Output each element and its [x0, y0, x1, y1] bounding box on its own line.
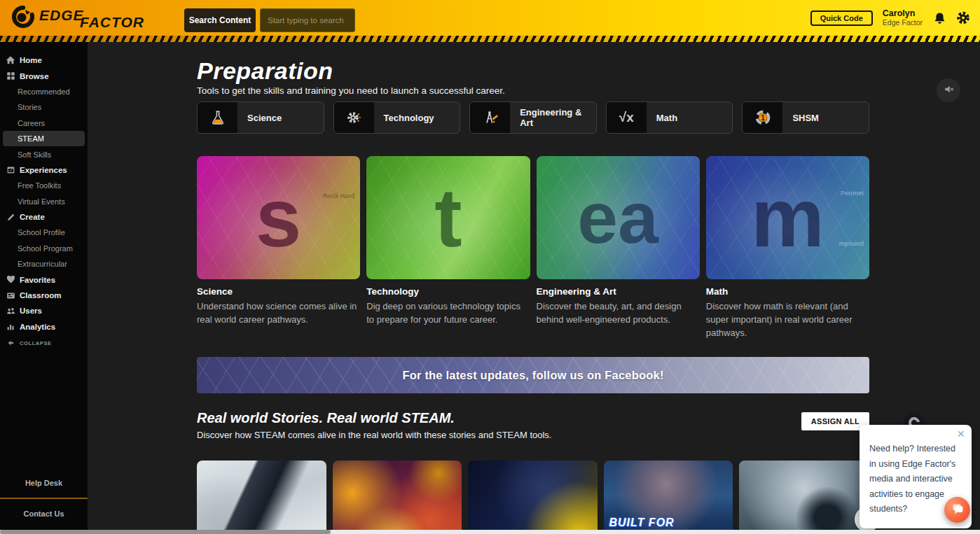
- grid-icon: [6, 71, 15, 81]
- contact-us-link[interactable]: Contact Us: [0, 499, 88, 528]
- topbar-right-group: Quick Code Carolyn Edge Factor: [810, 0, 970, 36]
- page-subtitle: Tools to get the skills and training you…: [197, 85, 869, 96]
- story-thumbnail-built-for-speed[interactable]: BUILT FOR SPEED: [604, 461, 733, 534]
- engineering-art-card[interactable]: ea Engineering & Art Discover the beauty…: [537, 156, 700, 357]
- user-organization: Edge Factor: [883, 19, 923, 27]
- scrollbar-thumb[interactable]: [0, 530, 331, 534]
- sidebar-item-careers[interactable]: Careers: [0, 115, 88, 131]
- mute-button[interactable]: [937, 78, 960, 102]
- card-description: Discover how math is relevant (and super…: [706, 300, 869, 339]
- story-thumbnail-bmx-rider[interactable]: [739, 461, 869, 534]
- category-technology-button[interactable]: Technology: [333, 101, 461, 134]
- story-thumbnail-snow-machinery[interactable]: [197, 461, 326, 534]
- category-filter-row: Science Technology: [197, 101, 869, 134]
- facebook-banner[interactable]: For the latest updates, follow us on Fac…: [197, 357, 869, 393]
- sidebar-item-extracurricular[interactable]: Extracurricular: [0, 256, 88, 272]
- sidebar-item-home[interactable]: Home: [0, 52, 88, 68]
- stories-carousel: BUILT FOR SPEED: [197, 461, 869, 534]
- story-thumbnail-creative-makers[interactable]: [333, 461, 462, 534]
- gear-icon[interactable]: [956, 11, 970, 25]
- analytics-icon: [6, 322, 15, 332]
- card-description: Discover the beauty, art, and design beh…: [537, 300, 700, 326]
- card-description: Understand how science comes alive in re…: [197, 300, 360, 326]
- card-title: Technology: [366, 286, 530, 297]
- logo-wordmark: EDGE FACTOR: [39, 6, 172, 30]
- sidebar-item-free-toolkits[interactable]: Free Toolkits: [0, 178, 88, 193]
- sidebar-item-stories[interactable]: Stories: [0, 99, 88, 115]
- tech-gear-icon: [334, 102, 374, 133]
- heart-icon: [6, 275, 15, 285]
- math-card-image: Perimet mpound m: [706, 156, 869, 279]
- card-description: Dig deep on various technology topics to…: [366, 300, 530, 326]
- arrow-left-icon: [6, 338, 15, 348]
- pencil-icon: [6, 212, 15, 222]
- page-title: Preparation: [197, 59, 869, 83]
- sidebar-item-classroom[interactable]: Classroom: [0, 288, 88, 303]
- search-content-button[interactable]: Search Content: [184, 8, 256, 32]
- category-engineering-art-button[interactable]: Engineering & Art: [469, 101, 597, 134]
- stories-section-header: Real world Stories. Real world STEAM. Di…: [197, 410, 869, 452]
- help-desk-link[interactable]: Help Desk: [0, 468, 88, 498]
- sidebar-item-favorites[interactable]: Favorites: [0, 272, 88, 287]
- edge-factor-logo-icon: [11, 5, 35, 31]
- category-shsm-button[interactable]: 1 SHSM: [742, 101, 869, 134]
- sidebar-item-create[interactable]: Create: [0, 209, 88, 225]
- story-thumbnail-industrial-team[interactable]: [468, 461, 598, 534]
- math-card[interactable]: Perimet mpound m Math Discover how math …: [706, 156, 869, 357]
- sidebar-item-school-program[interactable]: School Program: [0, 241, 88, 256]
- sidebar-bottom-links: Help Desk Contact Us: [0, 468, 88, 528]
- technology-card-image: t: [366, 156, 530, 279]
- sidebar-item-users[interactable]: Users: [0, 303, 88, 318]
- steam-cards-row: Rock Hard s Science Understand how scien…: [197, 156, 869, 357]
- main-content: Preparation Tools to get the skills and …: [88, 42, 980, 534]
- medal-icon: 1: [743, 102, 782, 133]
- muted-speaker-icon: [943, 83, 955, 98]
- technology-card[interactable]: t Technology Dig deep on various technol…: [366, 156, 530, 357]
- bell-icon[interactable]: [932, 11, 946, 25]
- card-title: Science: [197, 286, 360, 297]
- card-title: Engineering & Art: [537, 286, 700, 297]
- sidebar-item-analytics[interactable]: Analytics: [0, 319, 88, 335]
- user-name: Carolyn: [883, 9, 923, 19]
- category-math-button[interactable]: √x Math: [606, 101, 733, 134]
- engineering-art-card-image: ea: [537, 156, 700, 279]
- stories-heading-block: Real world Stories. Real world STEAM. Di…: [197, 410, 551, 440]
- sidebar-item-experiences[interactable]: Experiences: [0, 162, 88, 178]
- sidebar: Home Browse Recommended Stories Careers …: [0, 42, 88, 534]
- science-card-image: Rock Hard s: [197, 156, 360, 279]
- search-input[interactable]: [260, 8, 355, 32]
- sidebar-item-browse[interactable]: Browse: [0, 68, 88, 83]
- stories-section-subtitle: Discover how STEAM comes alive in the re…: [197, 430, 551, 440]
- horizontal-scrollbar[interactable]: [0, 530, 980, 534]
- classroom-icon: [6, 290, 15, 300]
- square-root-icon: √x: [607, 102, 647, 133]
- compass-brush-icon: [470, 102, 510, 133]
- sidebar-item-steam[interactable]: STEAM: [3, 131, 85, 146]
- flask-icon: [198, 102, 237, 133]
- sidebar-collapse-button[interactable]: COLLAPSE: [0, 335, 88, 351]
- user-menu[interactable]: Carolyn Edge Factor: [883, 9, 923, 27]
- chat-launcher-button[interactable]: [944, 497, 970, 523]
- svg-text:1: 1: [761, 114, 765, 122]
- assign-all-button[interactable]: ASSIGN ALL: [801, 412, 869, 430]
- users-icon: [6, 306, 15, 316]
- edge-factor-logo[interactable]: EDGE FACTOR: [11, 5, 172, 31]
- sidebar-item-school-profile[interactable]: School Profile: [0, 225, 88, 240]
- sidebar-item-soft-skills[interactable]: Soft Skills: [0, 146, 88, 162]
- category-science-button[interactable]: Science: [197, 101, 324, 134]
- top-bar: EDGE FACTOR Search Content Quick Code Ca…: [0, 0, 980, 36]
- stories-section-title: Real world Stories. Real world STEAM.: [197, 410, 551, 426]
- sidebar-item-recommended[interactable]: Recommended: [0, 84, 88, 99]
- sidebar-item-virtual-events[interactable]: Virtual Events: [0, 194, 88, 209]
- facebook-banner-text: For the latest updates, follow us on Fac…: [402, 369, 663, 382]
- close-icon[interactable]: ×: [957, 426, 965, 442]
- quick-code-button[interactable]: Quick Code: [810, 10, 873, 26]
- card-title: Math: [706, 286, 869, 297]
- house-icon: [6, 55, 15, 65]
- calendar-icon: [6, 165, 15, 175]
- hazard-stripe-divider: [0, 36, 980, 42]
- chat-bubble-icon: [950, 502, 965, 519]
- science-card[interactable]: Rock Hard s Science Understand how scien…: [197, 156, 360, 357]
- sidebar-nav: Home Browse Recommended Stories Careers …: [0, 42, 88, 351]
